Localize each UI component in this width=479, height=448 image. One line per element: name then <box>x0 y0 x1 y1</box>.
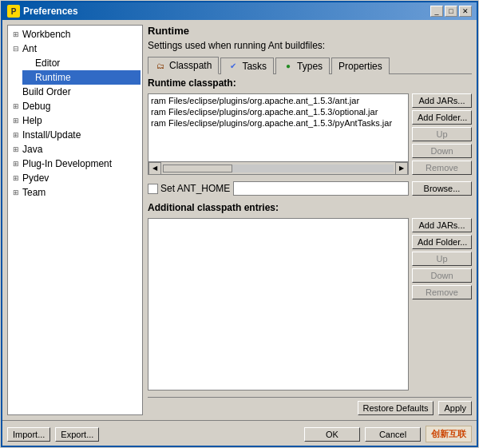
upper-list-container: ram Files/eclipse/plugins/org.apache.ant… <box>148 93 409 175</box>
expand-icon: ⊞ <box>10 186 22 199</box>
title-buttons: _ □ ✕ <box>430 6 472 17</box>
sidebar-item-runtime[interactable]: Runtime <box>22 70 141 85</box>
tab-classpath[interactable]: 🗂 Classpath <box>148 57 219 74</box>
sidebar-item-label: Install/Update <box>22 129 81 141</box>
sidebar-item-ant[interactable]: ⊟ Ant <box>10 42 141 56</box>
list-item: ram Files/eclipse/plugins/org.apache.ant… <box>149 95 407 106</box>
spacer <box>10 85 22 98</box>
classpath-list[interactable]: ram Files/eclipse/plugins/org.apache.ant… <box>148 93 409 162</box>
additional-section: Add JARs... Add Folder... Up Down Remove <box>148 218 472 391</box>
sidebar-item-java[interactable]: ⊞ Java <box>10 142 141 157</box>
remove-upper-button[interactable]: Remove <box>412 161 472 175</box>
window-icon: P <box>7 5 20 18</box>
maximize-button[interactable]: □ <box>445 6 457 17</box>
add-jars-upper-button[interactable]: Add JARs... <box>412 93 472 108</box>
expand-icon: ⊟ <box>10 42 22 55</box>
add-folder-upper-button[interactable]: Add Folder... <box>412 110 472 125</box>
sidebar-item-editor[interactable]: Editor <box>22 56 141 70</box>
tasks-icon: ✔ <box>228 61 239 72</box>
footer-left: Import... Export... <box>7 427 99 442</box>
tab-tasks[interactable]: ✔ Tasks <box>220 57 274 74</box>
sidebar-item-label: Workbench <box>22 29 70 40</box>
sidebar-item-label: Team <box>22 187 46 198</box>
main-panel: Runtime Settings used when running Ant b… <box>148 25 472 415</box>
tab-classpath-label: Classpath <box>169 60 212 71</box>
sidebar-item-label: Ant <box>22 43 37 54</box>
spacer <box>22 57 35 69</box>
footer-row: Import... Export... OK Cancel 创新互联 <box>2 420 477 446</box>
content-area: Runtime classpath: ram Files/eclipse/plu… <box>148 77 472 415</box>
lower-side-buttons: Add JARs... Add Folder... Up Down Remove <box>412 218 472 391</box>
restore-defaults-button[interactable]: Restore Defaults <box>358 401 434 415</box>
scroll-right-arrow[interactable]: ▶ <box>395 162 408 175</box>
sidebar-item-team[interactable]: ⊞ Team <box>10 185 141 200</box>
ant-home-row: Set ANT_HOME Browse... <box>148 181 472 196</box>
scroll-left-arrow[interactable]: ◀ <box>148 162 161 175</box>
add-jars-lower-button[interactable]: Add JARs... <box>412 218 472 232</box>
sidebar-item-workbench[interactable]: ⊞ Workbench <box>10 27 141 42</box>
tabs-row: 🗂 Classpath ✔ Tasks ● Types Properties <box>148 56 472 74</box>
sidebar-item-label: Pydev <box>22 172 49 184</box>
sidebar-item-label: Help <box>22 115 42 126</box>
sidebar-item-installupdate[interactable]: ⊞ Install/Update <box>10 128 141 142</box>
sidebar-item-label: Java <box>22 144 42 155</box>
sidebar-item-plugindev[interactable]: ⊞ Plug-In Development <box>10 157 141 171</box>
down-upper-button[interactable]: Down <box>412 144 472 158</box>
sidebar-item-pydev[interactable]: ⊞ Pydev <box>10 171 141 185</box>
expand-icon: ⊞ <box>10 157 22 170</box>
down-lower-button[interactable]: Down <box>412 268 472 283</box>
scroll-thumb <box>163 165 232 172</box>
additional-label: Additional classpath entries: <box>148 202 472 213</box>
window-content: ⊞ Workbench ⊟ Ant Editor Runtime Build O… <box>2 20 477 420</box>
minimize-button[interactable]: _ <box>430 6 443 17</box>
remove-lower-button[interactable]: Remove <box>412 285 472 299</box>
title-bar: P Preferences _ □ ✕ <box>2 2 477 20</box>
scroll-track <box>163 165 394 172</box>
sidebar-item-label: Debug <box>22 101 50 112</box>
section-desc: Settings used when running Ant buildfile… <box>148 40 472 51</box>
expand-icon: ⊞ <box>10 143 22 156</box>
logo-text: 创新互联 <box>431 428 466 440</box>
sidebar-item-debug[interactable]: ⊞ Debug <box>10 99 141 113</box>
tab-types[interactable]: ● Types <box>275 57 330 74</box>
preferences-window: P Preferences _ □ ✕ ⊞ Workbench ⊟ Ant Ed… <box>1 1 478 447</box>
tab-properties[interactable]: Properties <box>331 57 390 74</box>
ant-home-input[interactable] <box>233 181 409 196</box>
apply-button[interactable]: Apply <box>438 401 472 415</box>
list-item: ram Files/eclipse/plugins/org.apache.ant… <box>149 106 407 117</box>
ant-home-checkbox[interactable] <box>148 184 158 194</box>
sidebar-item-label: Build Order <box>22 86 71 97</box>
upper-list-area: ram Files/eclipse/plugins/org.apache.ant… <box>148 93 472 175</box>
add-folder-lower-button[interactable]: Add Folder... <box>412 235 472 249</box>
sidebar-item-label: Runtime <box>35 72 71 83</box>
sidebar-item-label: Editor <box>35 57 60 69</box>
expand-icon: ⊞ <box>10 172 22 184</box>
types-icon: ● <box>283 61 294 72</box>
ok-button[interactable]: OK <box>304 427 360 442</box>
bottom-buttons-row: Restore Defaults Apply <box>148 397 472 415</box>
spacer <box>22 71 35 84</box>
logo-box: 创新互联 <box>426 426 472 442</box>
tab-tasks-label: Tasks <box>242 61 267 72</box>
up-upper-button[interactable]: Up <box>412 127 472 141</box>
close-button[interactable]: ✕ <box>459 6 472 17</box>
sidebar-tree: ⊞ Workbench ⊟ Ant Editor Runtime Build O… <box>7 25 143 415</box>
import-button[interactable]: Import... <box>7 427 50 442</box>
footer-right: OK Cancel 创新互联 <box>304 426 472 442</box>
cancel-button[interactable]: Cancel <box>365 427 421 442</box>
export-button[interactable]: Export... <box>55 427 99 442</box>
horizontal-scrollbar[interactable]: ◀ ▶ <box>148 162 409 175</box>
ant-home-checkbox-area[interactable]: Set ANT_HOME <box>148 183 230 194</box>
sidebar-item-buildorder[interactable]: Build Order <box>10 85 141 99</box>
sidebar-item-help[interactable]: ⊞ Help <box>10 113 141 128</box>
classpath-label: Runtime classpath: <box>148 77 472 89</box>
expand-icon: ⊞ <box>10 100 22 113</box>
expand-icon: ⊞ <box>10 129 22 141</box>
browse-button[interactable]: Browse... <box>412 181 472 196</box>
tab-properties-label: Properties <box>338 61 382 72</box>
classpath-icon: 🗂 <box>155 60 166 71</box>
additional-classpath-list[interactable] <box>148 218 409 391</box>
tab-types-label: Types <box>297 61 323 72</box>
up-lower-button[interactable]: Up <box>412 252 472 266</box>
sidebar-item-label: Plug-In Development <box>22 158 112 169</box>
